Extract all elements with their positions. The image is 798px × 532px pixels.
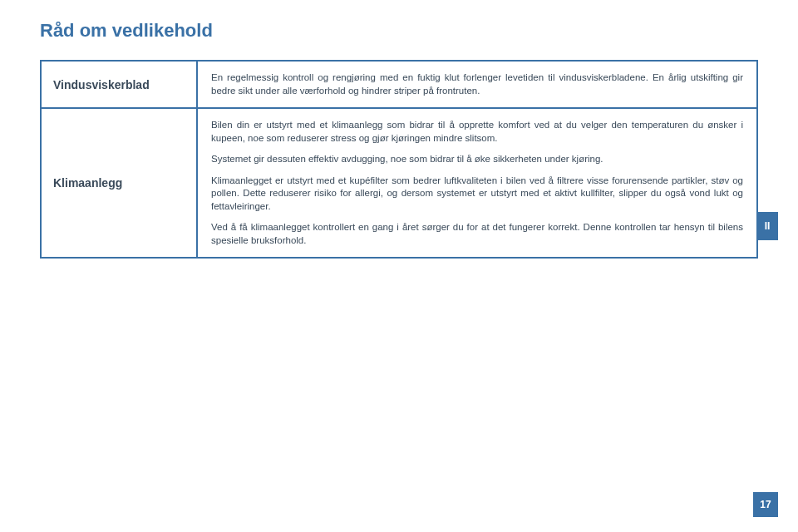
paragraph: Systemet gir dessuten effektiv avdugging… xyxy=(211,153,743,166)
section-tab: II xyxy=(756,212,778,240)
paragraph: Bilen din er utstyrt med et klimaanlegg … xyxy=(211,119,743,145)
page-number: 17 xyxy=(753,492,778,517)
page-title: Råd om vedlikehold xyxy=(40,20,758,42)
paragraph: En regelmessig kontroll og rengjøring me… xyxy=(211,71,743,97)
table-row: Klimaanlegg Bilen din er utstyrt med et … xyxy=(40,109,758,259)
paragraph: Klimaanlegget er utstyrt med et kupéfilt… xyxy=(211,175,743,214)
advice-table: Vindusviskerblad En regelmessig kontroll… xyxy=(40,60,758,259)
paragraph: Ved å få klimaanlegget kontrollert en ga… xyxy=(211,221,743,247)
row-label: Vindusviskerblad xyxy=(40,60,198,109)
table-row: Vindusviskerblad En regelmessig kontroll… xyxy=(40,60,758,109)
row-label: Klimaanlegg xyxy=(40,109,198,259)
row-content: Bilen din er utstyrt med et klimaanlegg … xyxy=(198,109,758,259)
row-content: En regelmessig kontroll og rengjøring me… xyxy=(198,60,758,109)
page: Råd om vedlikehold Vindusviskerblad En r… xyxy=(0,0,798,532)
